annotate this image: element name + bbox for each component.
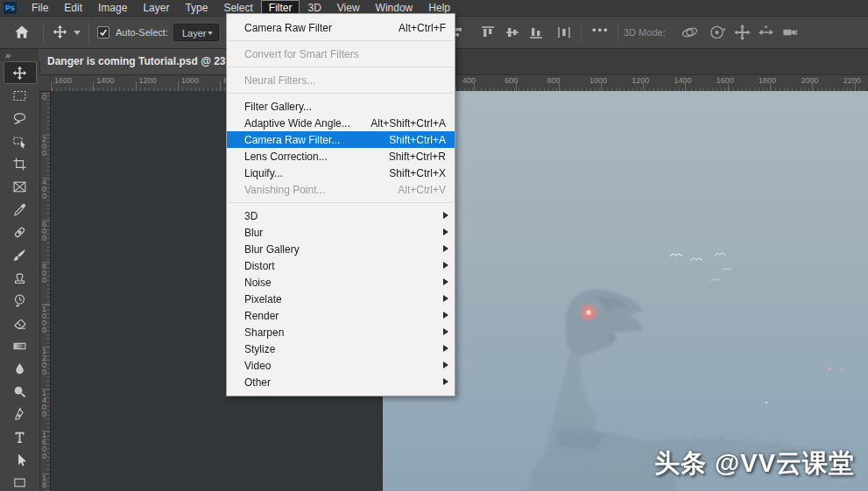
menu-item-distort[interactable]: Distort	[227, 257, 455, 274]
menu-item-render[interactable]: Render	[227, 307, 455, 324]
photoshop-window: Ps FileEditImageLayerTypeSelectFilter3DV…	[0, 0, 868, 491]
vertical-ruler[interactable]: 02 0 04 0 06 0 08 0 01 0 0 01 2 0 01 4 0…	[39, 91, 51, 491]
menu-item-label: Video	[244, 360, 446, 372]
eyedropper-tool[interactable]	[4, 198, 37, 221]
align-bottom-edges-icon[interactable]	[529, 25, 543, 39]
submenu-arrow-icon	[443, 345, 448, 352]
3d-roll-icon[interactable]	[708, 24, 726, 41]
crop-tool[interactable]	[4, 152, 37, 175]
ruler-number: 2200	[843, 76, 861, 85]
object-selection-tool[interactable]	[4, 130, 37, 152]
move-tool[interactable]	[4, 61, 37, 84]
menu-separator	[228, 40, 454, 41]
auto-select-label: Auto-Select:	[116, 27, 168, 38]
3d-pan-icon[interactable]	[733, 24, 752, 41]
menu-item-label: Filter Gallery...	[244, 101, 446, 113]
more-options-button[interactable]: •••	[592, 24, 610, 37]
ruler-number: 2 0 0	[39, 136, 49, 157]
history-brush-tool[interactable]	[4, 289, 37, 312]
menu-item-video[interactable]: Video	[227, 357, 455, 374]
document-canvas[interactable]: 头条 @VV云课堂	[383, 91, 868, 491]
tool-bar	[0, 61, 40, 491]
ruler-number: 1800	[759, 76, 776, 85]
watermark-text: 头条 @VV云课堂	[654, 446, 855, 481]
menu-item-other[interactable]: Other	[227, 374, 455, 390]
submenu-arrow-icon	[443, 328, 448, 335]
ruler-number: 1 6 0 0	[39, 431, 49, 459]
path-selection-tool[interactable]	[4, 448, 37, 471]
ruler-number: 800	[547, 76, 561, 85]
type-tool[interactable]	[4, 425, 37, 448]
move-icon	[12, 66, 27, 81]
menu-item-liquify[interactable]: Liquify...Shift+Ctrl+X	[227, 165, 455, 181]
ruler-number: 1200	[632, 76, 649, 85]
eraser-tool[interactable]	[4, 312, 37, 334]
menubar-item-type[interactable]: Type	[177, 0, 215, 16]
menu-item-pixelate[interactable]: Pixelate	[227, 291, 455, 307]
3d-orbit-icon[interactable]	[681, 24, 699, 41]
path-selection-icon	[12, 452, 27, 467]
object-selection-icon	[12, 134, 27, 149]
menu-item-camera-raw-filter[interactable]: Camera Raw FilterAlt+Ctrl+F	[227, 19, 455, 36]
frame-icon	[12, 179, 27, 194]
submenu-arrow-icon	[443, 361, 448, 368]
move-tool-icon[interactable]	[53, 25, 67, 39]
toolbar-expand-button[interactable]: »	[5, 50, 10, 60]
menu-item-noise[interactable]: Noise	[227, 274, 455, 291]
auto-select-checkbox[interactable]	[97, 26, 109, 39]
rectangle-tool[interactable]	[4, 471, 37, 491]
pen-tool[interactable]	[4, 403, 37, 425]
ruler-number: 1400	[674, 76, 692, 85]
menu-item-shortcut: Shift+Ctrl+X	[389, 167, 446, 179]
menubar-item-layer[interactable]: Layer	[135, 0, 177, 16]
3d-dolly-camera-icon[interactable]	[780, 24, 799, 41]
separator	[617, 23, 618, 42]
menu-item-3d[interactable]: 3D	[227, 207, 455, 224]
lasso-tool[interactable]	[4, 107, 37, 130]
history-brush-icon	[12, 293, 27, 308]
dodge-tool[interactable]	[4, 380, 37, 403]
menubar-item-image[interactable]: Image	[90, 0, 135, 16]
menu-item-shortcut: Alt+Ctrl+F	[399, 22, 446, 34]
menu-item-adaptive-wide-angle[interactable]: Adaptive Wide Angle...Alt+Shift+Ctrl+A	[227, 115, 455, 131]
ruler-number: 1200	[139, 76, 157, 85]
eraser-icon	[12, 316, 27, 331]
home-icon[interactable]	[14, 25, 30, 39]
menu-item-sharpen[interactable]: Sharpen	[227, 324, 455, 340]
menu-item-blur[interactable]: Blur	[227, 224, 455, 241]
align-top-edges-icon[interactable]	[481, 25, 495, 39]
clone-stamp-tool[interactable]	[4, 266, 37, 289]
menu-item-label: Vanishing Point...	[244, 184, 398, 196]
distribute-horizontal-icon[interactable]	[557, 25, 571, 39]
check-icon	[99, 28, 108, 37]
menubar-item-file[interactable]: File	[24, 0, 56, 16]
blur-tool[interactable]	[4, 357, 37, 380]
target-layer-select[interactable]: Layer	[173, 24, 219, 41]
menu-item-label: Blur Gallery	[244, 243, 446, 256]
brush-tool[interactable]	[4, 243, 37, 266]
menu-item-lens-correction[interactable]: Lens Correction...Shift+Ctrl+R	[227, 148, 455, 165]
ruler-number: 2000	[801, 76, 818, 85]
menu-item-label: Other	[244, 376, 446, 389]
menu-item-stylize[interactable]: Stylize	[227, 340, 455, 357]
menu-item-label: 3D	[244, 210, 446, 222]
ruler-number: 1000	[181, 76, 199, 85]
chevron-down-icon[interactable]	[74, 31, 81, 35]
gradient-tool[interactable]	[4, 334, 37, 357]
menubar-item-edit[interactable]: Edit	[56, 0, 90, 16]
menu-item-label: Render	[244, 310, 446, 322]
separator	[88, 23, 89, 42]
robot-eye	[586, 310, 590, 314]
submenu-arrow-icon	[443, 262, 448, 269]
rectangular-marquee-tool[interactable]	[4, 84, 37, 107]
align-vertical-centers-icon[interactable]	[505, 25, 519, 39]
spot-healing-brush-tool[interactable]	[4, 221, 37, 243]
menu-separator	[228, 202, 454, 203]
menu-item-blur-gallery[interactable]: Blur Gallery	[227, 241, 455, 257]
menu-item-filter-gallery[interactable]: Filter Gallery...	[227, 98, 455, 115]
frame-tool[interactable]	[4, 175, 37, 198]
brush-icon	[12, 248, 27, 263]
menu-item-camera-raw-filter[interactable]: Camera Raw Filter...Shift+Ctrl+A	[227, 131, 455, 148]
3d-slide-icon[interactable]	[757, 24, 775, 41]
menu-item-label: Stylize	[244, 343, 446, 355]
